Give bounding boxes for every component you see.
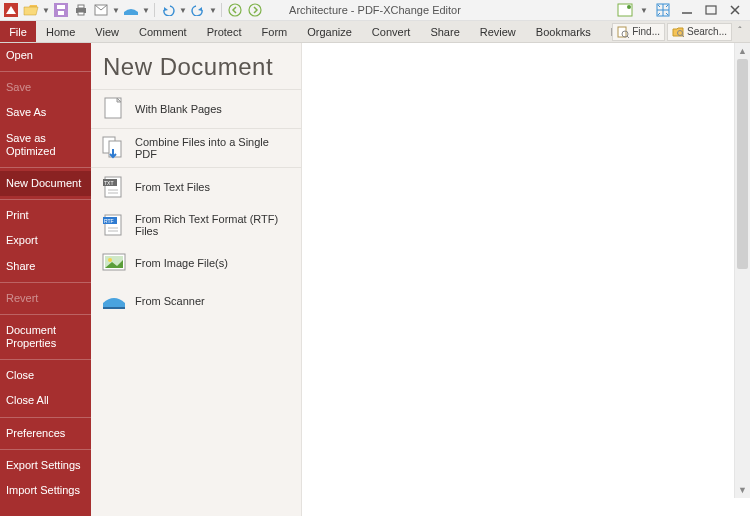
redo-icon[interactable] xyxy=(189,1,207,19)
svg-rect-2 xyxy=(57,5,65,9)
sidebar-item-share[interactable]: Share xyxy=(0,254,91,279)
sidebar-item-close[interactable]: Close xyxy=(0,363,91,388)
tab-view[interactable]: View xyxy=(85,21,129,42)
sidebar-item-new-document[interactable]: New Document xyxy=(0,171,91,196)
qat-dropdown-icon-6[interactable]: ▼ xyxy=(640,1,648,19)
sidebar-item-import-settings[interactable]: Import Settings xyxy=(0,478,91,497)
txt-file-icon: TXT xyxy=(101,174,127,200)
content-area: New Document With Blank Pages Combine Fi… xyxy=(91,43,750,516)
file-tab[interactable]: File xyxy=(0,21,36,42)
sidebar-item-open[interactable]: Open xyxy=(0,43,91,68)
titlebar: ▼ ▼ ▼ ▼ ▼ Architecture - PDF-XChange Edi… xyxy=(0,0,750,21)
new-document-panel: New Document With Blank Pages Combine Fi… xyxy=(91,43,302,516)
scan-icon[interactable] xyxy=(122,1,140,19)
sidebar-item-export-settings[interactable]: Export Settings xyxy=(0,453,91,478)
sidebar-item-save-optimized[interactable]: Save as Optimized xyxy=(0,126,91,164)
search-icon xyxy=(672,26,684,38)
option-from-scanner[interactable]: From Scanner xyxy=(91,282,301,320)
backstage-sidebar: Open Save Save As Save as Optimized New … xyxy=(0,43,91,516)
separator xyxy=(154,3,155,17)
tab-bookmarks[interactable]: Bookmarks xyxy=(526,21,601,42)
option-label: From Text Files xyxy=(135,181,291,193)
separator xyxy=(0,282,91,283)
find-label: Find... xyxy=(632,26,660,37)
quick-access-toolbar: ▼ ▼ ▼ ▼ ▼ xyxy=(0,0,264,20)
option-label: Combine Files into a Single PDF xyxy=(135,136,291,160)
collapse-ribbon-icon[interactable]: ˆ xyxy=(734,26,746,37)
svg-point-9 xyxy=(249,4,261,16)
qat-dropdown-icon-2[interactable]: ▼ xyxy=(112,1,120,19)
nav-forward-icon[interactable] xyxy=(246,1,264,19)
tab-organize[interactable]: Organize xyxy=(297,21,362,42)
panel-heading: New Document xyxy=(91,43,301,89)
maximize-button[interactable] xyxy=(702,1,720,19)
separator xyxy=(0,199,91,200)
sidebar-item-preferences[interactable]: Preferences xyxy=(0,421,91,446)
launch-mode-icon[interactable] xyxy=(654,1,672,19)
svg-rect-29 xyxy=(103,307,125,309)
svg-rect-3 xyxy=(58,11,64,15)
backstage: Open Save Save As Save as Optimized New … xyxy=(0,43,750,516)
option-combine-files[interactable]: Combine Files into a Single PDF xyxy=(91,129,301,167)
option-label: From Rich Text Format (RTF) Files xyxy=(135,213,291,237)
scroll-up-icon[interactable]: ▲ xyxy=(735,43,750,59)
scroll-down-icon[interactable]: ▼ xyxy=(735,482,750,498)
sidebar-item-doc-properties[interactable]: Document Properties xyxy=(0,318,91,356)
nav-back-icon[interactable] xyxy=(226,1,244,19)
separator xyxy=(0,449,91,450)
option-label: From Scanner xyxy=(135,295,291,307)
svg-text:TXT: TXT xyxy=(104,180,113,186)
sidebar-item-save-as[interactable]: Save As xyxy=(0,100,91,125)
sidebar-item-revert: Revert xyxy=(0,286,91,311)
app-icon xyxy=(2,1,20,19)
option-blank-pages[interactable]: With Blank Pages xyxy=(91,90,301,128)
qat-dropdown-icon[interactable]: ▼ xyxy=(42,1,50,19)
tab-protect[interactable]: Protect xyxy=(197,21,252,42)
find-button[interactable]: Find... xyxy=(612,23,665,41)
tab-share[interactable]: Share xyxy=(420,21,469,42)
scroll-thumb[interactable] xyxy=(737,59,748,269)
search-label: Search... xyxy=(687,26,727,37)
vertical-scrollbar[interactable]: ▲ ▼ xyxy=(734,43,750,498)
undo-icon[interactable] xyxy=(159,1,177,19)
separator xyxy=(0,71,91,72)
sidebar-item-print[interactable]: Print xyxy=(0,203,91,228)
qat-dropdown-icon-5[interactable]: ▼ xyxy=(209,1,217,19)
separator xyxy=(0,167,91,168)
sidebar-item-save: Save xyxy=(0,75,91,100)
option-from-image[interactable]: From Image File(s) xyxy=(91,244,301,282)
svg-point-11 xyxy=(627,5,631,9)
rtf-file-icon: RTF xyxy=(101,212,127,238)
tab-convert[interactable]: Convert xyxy=(362,21,421,42)
search-button[interactable]: Search... xyxy=(667,23,732,41)
svg-text:RTF: RTF xyxy=(104,218,114,224)
sidebar-item-export[interactable]: Export xyxy=(0,228,91,253)
sidebar-item-close-all[interactable]: Close All xyxy=(0,388,91,413)
tab-review[interactable]: Review xyxy=(470,21,526,42)
folder-open-icon[interactable] xyxy=(22,1,40,19)
window-controls: ▼ xyxy=(616,1,750,19)
print-icon[interactable] xyxy=(72,1,90,19)
blank-page-icon xyxy=(101,96,127,122)
separator xyxy=(221,3,222,17)
tab-form[interactable]: Form xyxy=(252,21,298,42)
separator xyxy=(0,314,91,315)
ribbon: File Home View Comment Protect Form Orga… xyxy=(0,21,750,43)
ui-options-icon[interactable] xyxy=(616,1,634,19)
separator xyxy=(0,359,91,360)
scanner-icon xyxy=(101,288,127,314)
close-button[interactable] xyxy=(726,1,744,19)
option-from-text[interactable]: TXT From Text Files xyxy=(91,168,301,206)
separator xyxy=(0,417,91,418)
mail-icon[interactable] xyxy=(92,1,110,19)
qat-dropdown-icon-4[interactable]: ▼ xyxy=(179,1,187,19)
option-label: With Blank Pages xyxy=(135,103,291,115)
save-icon[interactable] xyxy=(52,1,70,19)
option-from-rtf[interactable]: RTF From Rich Text Format (RTF) Files xyxy=(91,206,301,244)
tab-comment[interactable]: Comment xyxy=(129,21,197,42)
tab-home[interactable]: Home xyxy=(36,21,85,42)
minimize-button[interactable] xyxy=(678,1,696,19)
qat-dropdown-icon-3[interactable]: ▼ xyxy=(142,1,150,19)
combine-files-icon xyxy=(101,135,127,161)
svg-rect-6 xyxy=(78,12,84,15)
